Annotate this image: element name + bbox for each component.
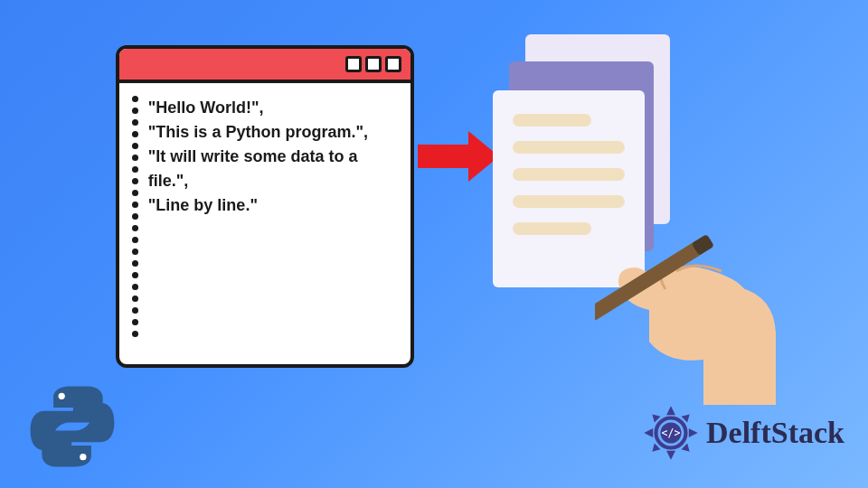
window-button-icon <box>365 56 382 72</box>
svg-marker-6 <box>666 451 675 460</box>
delftstack-logo-icon: </> <box>641 403 701 463</box>
code-text: "Hello World!", "This is a Python progra… <box>148 96 398 337</box>
code-window: "Hello World!", "This is a Python progra… <box>116 45 414 368</box>
notebook-spiral-icon <box>132 96 141 337</box>
svg-marker-5 <box>666 406 675 415</box>
text-line-icon <box>513 141 625 154</box>
code-line: "Hello World!", <box>148 96 398 120</box>
window-button-icon <box>345 56 362 72</box>
svg-point-4 <box>80 454 86 460</box>
python-logo-icon <box>27 381 118 472</box>
text-line-icon <box>513 222 591 235</box>
hand-writing-icon <box>595 224 803 405</box>
window-button-icon <box>385 56 401 72</box>
code-body: "Hello World!", "This is a Python progra… <box>119 83 410 364</box>
delftstack-badge: </> DelftStack <box>641 403 844 463</box>
code-line: "Line by line." <box>148 193 398 218</box>
svg-marker-8 <box>689 428 698 437</box>
svg-text:</>: </> <box>662 427 681 439</box>
code-line: "It will write some data to a file.", <box>148 145 398 193</box>
text-line-icon <box>513 114 591 127</box>
svg-marker-7 <box>644 428 653 437</box>
svg-point-3 <box>59 393 65 399</box>
brand-name: DelftStack <box>706 416 844 450</box>
arrow-right-icon <box>418 131 499 182</box>
code-line: "This is a Python program.", <box>148 120 398 145</box>
window-titlebar <box>119 49 410 83</box>
text-line-icon <box>513 168 625 181</box>
text-line-icon <box>513 195 625 208</box>
